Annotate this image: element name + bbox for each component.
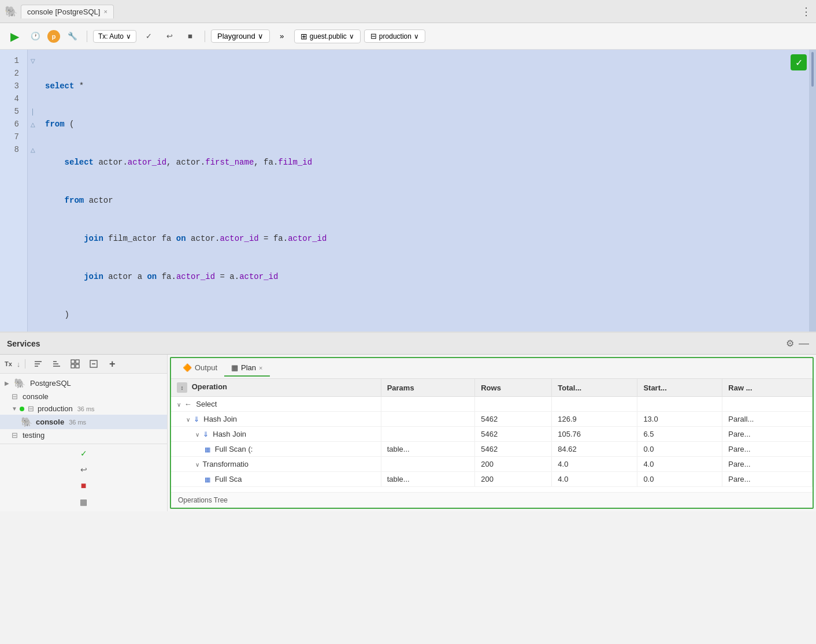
settings-button[interactable]: 🔧	[64, 28, 81, 44]
fold-1[interactable]: ▽	[28, 54, 38, 67]
title-tab[interactable]: console [PostgreSQL] ×	[21, 5, 114, 18]
schema-dropdown[interactable]: ⊞ guest.public ∨	[294, 29, 361, 43]
tab-plan[interactable]: ▦ Plan ×	[224, 360, 269, 377]
sort-asc-icon	[34, 359, 43, 368]
expand-row-icon[interactable]: ∨	[195, 431, 199, 438]
raw-cell: Pare...	[722, 427, 813, 442]
op-cell: ∨ ⇓ Hash Join	[171, 427, 381, 442]
fold-8[interactable]: △	[28, 143, 38, 156]
grid-action-button[interactable]: ▦	[76, 495, 92, 509]
sort-operation-icon[interactable]: ↕	[177, 382, 187, 393]
fold-gutter: ▽ │ △ △	[28, 50, 38, 332]
op-label: Hash Join	[203, 415, 237, 423]
collapse-all-button[interactable]	[86, 357, 102, 371]
table-row[interactable]: ▦ Full Sca table... 200 4.0 0.0 Pare...	[171, 472, 813, 487]
tx-arrow: ↓	[17, 360, 21, 368]
raw-cell: Pare...	[722, 472, 813, 487]
col-operation: ↕ Operation	[171, 379, 381, 397]
output-panel: 🔶 Output ▦ Plan × ↕ Operation	[170, 357, 814, 509]
postgresql-icon: 🐘	[14, 378, 25, 389]
tree-item-console-active[interactable]: 🐘 console 36 ms	[0, 415, 167, 429]
svg-rect-6	[71, 360, 75, 363]
op-label: Full Sca	[215, 475, 242, 483]
tx-dropdown[interactable]: Tx: Auto ∨	[93, 30, 136, 43]
svg-rect-7	[76, 360, 79, 363]
postgresql-label: PostgreSQL	[30, 379, 71, 388]
stop-icon: ■	[188, 32, 192, 40]
rollback-action-button[interactable]: ↩	[76, 463, 92, 477]
code-editor[interactable]: select * from ( select actor.actor_id, a…	[38, 50, 816, 332]
commit-button[interactable]: ✓	[140, 28, 157, 44]
tree-item-postgresql[interactable]: ▶ 🐘 PostgreSQL	[0, 376, 167, 390]
services-collapse-button[interactable]: —	[799, 337, 809, 349]
expand-row-icon[interactable]: ∨	[177, 401, 181, 408]
play-icon: ▶	[10, 29, 19, 43]
sort-asc-button[interactable]	[30, 357, 46, 371]
editor-area[interactable]: 1 2 3 4 5 6 7 8 ▽ │ △ △ select * from ( …	[0, 50, 816, 333]
scrollbar-thumb[interactable]	[811, 52, 814, 87]
table-row[interactable]: ▦ Full Scan (: table... 5462 84.62 0.0 P…	[171, 442, 813, 457]
line-numbers: 1 2 3 4 5 6 7 8	[0, 50, 28, 332]
output-tab-icon: 🔶	[183, 363, 192, 372]
run-button[interactable]: ▶	[6, 28, 23, 44]
connection-dropdown[interactable]: ⊟ production ∨	[364, 29, 425, 43]
tab-output[interactable]: 🔶 Output	[176, 360, 224, 377]
sort-desc-button[interactable]	[49, 357, 65, 371]
add-connection-button[interactable]: +	[104, 357, 120, 371]
expand-all-button[interactable]	[67, 357, 83, 371]
rollback-button[interactable]: ↩	[161, 28, 178, 44]
services-tree: Tx ↓ + ▶	[0, 355, 168, 511]
settings-icon: 🔧	[68, 32, 77, 40]
tab-title: console [PostgreSQL]	[27, 8, 100, 16]
validation-indicator: ✓	[791, 54, 807, 70]
params-cell: table...	[381, 442, 475, 457]
tree-item-testing[interactable]: ⊟ testing	[0, 429, 167, 441]
col-start-label: Start...	[643, 384, 666, 392]
expand-row-icon[interactable]: ∨	[195, 461, 199, 468]
chevron-down-icon: ∨	[126, 32, 131, 40]
menu-icon[interactable]: ⋮	[801, 5, 811, 18]
fold-5: │	[28, 105, 38, 118]
table-row[interactable]: ∨ ⇓ Hash Join 5462 105.76 6.5 Pare...	[171, 427, 813, 442]
rows-cell: 5462	[475, 442, 552, 457]
code-line-4: from actor	[45, 194, 809, 207]
start-cell: 4.0	[637, 457, 722, 472]
fold-7	[28, 131, 38, 143]
more-button[interactable]: »	[273, 28, 291, 44]
tree-item-production[interactable]: ▼ ⊟ production 36 ms	[0, 403, 167, 415]
raw-cell: Pare...	[722, 442, 813, 457]
rows-cell: 200	[475, 457, 552, 472]
tx-label: Tx: Auto	[98, 32, 124, 40]
table-row[interactable]: ∨ ← Select	[171, 397, 813, 412]
fold-6[interactable]: △	[28, 118, 38, 131]
check-icon: ✓	[146, 32, 152, 40]
params-cell	[381, 427, 475, 442]
cancel-action-button[interactable]: ■	[76, 479, 92, 493]
history-button[interactable]: 🕐	[27, 28, 44, 44]
prod-time-badge: 36 ms	[77, 405, 95, 412]
table-row[interactable]: ∨ ⇓ Hash Join 5462 126.9 13.0 Parall...	[171, 412, 813, 427]
tree-bottom-actions: ✓ ↩ ■ ▦	[0, 444, 167, 511]
plan-tab-close-button[interactable]: ×	[259, 364, 262, 371]
col-total: Total...	[552, 379, 637, 397]
fold-4	[28, 92, 38, 105]
playground-dropdown[interactable]: Playground ∨	[211, 29, 270, 43]
conn-chevron-icon: ∨	[414, 32, 419, 40]
tree-item-console-1[interactable]: ⊟ console	[0, 390, 167, 403]
col-total-label: Total...	[558, 384, 581, 392]
line-num-2: 2	[0, 67, 23, 80]
table-row[interactable]: ∨ Transformatio 200 4.0 4.0 Pare...	[171, 457, 813, 472]
total-cell: 105.76	[552, 427, 637, 442]
plan-table[interactable]: ↕ Operation Params Rows Total...	[171, 379, 813, 492]
expand-row-icon[interactable]: ∨	[186, 416, 190, 423]
services-gear-button[interactable]: ⚙	[786, 338, 794, 349]
vertical-scrollbar[interactable]	[809, 50, 816, 332]
op-label: Select	[196, 400, 217, 408]
line-num-6: 6	[0, 118, 23, 131]
commit-action-button[interactable]: ✓	[76, 446, 92, 460]
close-tab-icon[interactable]: ×	[103, 8, 107, 15]
start-cell: 13.0	[637, 412, 722, 427]
stop-button[interactable]: ■	[181, 28, 199, 44]
code-line-5: join film_actor fa on actor.actor_id = f…	[45, 232, 809, 245]
user-badge: p	[47, 30, 60, 43]
